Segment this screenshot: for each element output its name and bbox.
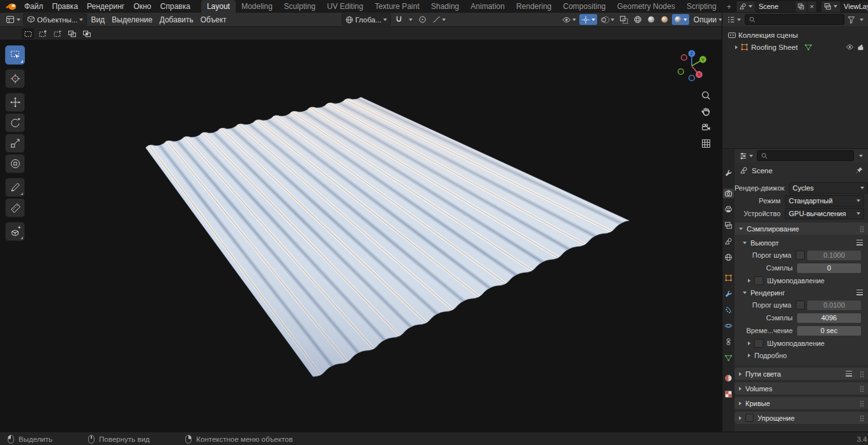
- options-dropdown[interactable]: Опции: [690, 13, 726, 26]
- tab-animation[interactable]: Animation: [465, 0, 510, 13]
- disable-in-render-toggle[interactable]: [857, 43, 865, 51]
- tool-select-box[interactable]: [5, 45, 25, 65]
- snap-toggle-button[interactable]: [393, 14, 405, 25]
- tool-add-cube[interactable]: [5, 222, 25, 241]
- section-light-paths[interactable]: Пути света: [735, 368, 868, 380]
- camera-view-icon[interactable]: [701, 123, 711, 132]
- drag-dots-icon[interactable]: [860, 370, 864, 377]
- viewport-noise-threshold-checkbox[interactable]: [796, 251, 805, 260]
- props-tab-tool[interactable]: [723, 168, 734, 178]
- properties-editor-type-button[interactable]: [738, 152, 754, 160]
- viewport-denoise-checkbox[interactable]: [754, 276, 763, 285]
- preset-icon[interactable]: [857, 290, 863, 296]
- props-tab-physics[interactable]: [723, 321, 734, 331]
- menu-render[interactable]: Рендеринг: [82, 0, 129, 13]
- select-mode-new-button[interactable]: [22, 28, 34, 39]
- viewport-canvas[interactable]: Z Y X: [0, 40, 722, 432]
- toggle-xray-button[interactable]: [618, 14, 630, 25]
- tool-measure[interactable]: [5, 198, 25, 217]
- props-tab-material[interactable]: [723, 373, 734, 383]
- drag-dots-icon[interactable]: [860, 400, 864, 407]
- outliner-options-dropdown[interactable]: [860, 19, 864, 21]
- hide-in-viewport-toggle[interactable]: [846, 43, 854, 51]
- tool-move[interactable]: [5, 93, 25, 112]
- tool-scale[interactable]: [5, 134, 25, 153]
- tool-cursor[interactable]: [5, 69, 25, 88]
- properties-search-input[interactable]: [757, 150, 854, 161]
- pin-icon[interactable]: [855, 166, 864, 175]
- viewport-samples-field[interactable]: 0: [797, 263, 861, 273]
- proportional-editing-button[interactable]: [416, 14, 429, 25]
- menu-help[interactable]: Справка: [156, 0, 195, 13]
- subsection-render[interactable]: Рендеринг: [735, 286, 868, 299]
- tab-sculpting[interactable]: Sculpting: [278, 0, 321, 13]
- render-denoise-section[interactable]: Шумоподавление: [735, 337, 868, 349]
- drag-dots-icon[interactable]: [860, 385, 864, 392]
- ortho-grid-icon[interactable]: [701, 139, 711, 148]
- props-tab-output[interactable]: [723, 205, 734, 214]
- preset-icon[interactable]: [857, 240, 863, 246]
- pan-hand-icon[interactable]: [701, 107, 711, 116]
- viewport-denoise-section[interactable]: Шумоподавление: [735, 274, 868, 286]
- filter-funnel-icon[interactable]: [847, 15, 855, 24]
- tab-layout[interactable]: Layout: [201, 0, 236, 13]
- show-gizmo-button[interactable]: [579, 14, 597, 25]
- tool-transform[interactable]: [5, 154, 25, 173]
- render-noise-threshold-field[interactable]: 0.0100: [807, 301, 861, 310]
- time-limit-field[interactable]: 0 sec: [797, 326, 861, 336]
- proportional-falloff-dropdown[interactable]: [430, 14, 448, 25]
- menu-view[interactable]: Вид: [88, 13, 108, 26]
- scene-browse-button[interactable]: [736, 1, 755, 12]
- add-workspace-button[interactable]: +: [722, 1, 736, 13]
- mode-dropdown[interactable]: Объектны...: [23, 13, 87, 26]
- axis-negative-x[interactable]: [681, 55, 687, 61]
- section-volumes[interactable]: Volumes: [735, 382, 868, 394]
- tab-geometry-nodes[interactable]: Geometry Nodes: [611, 0, 681, 13]
- props-tab-render[interactable]: [723, 189, 734, 198]
- device-dropdown[interactable]: GPU-вычисления: [785, 208, 864, 219]
- tool-annotate[interactable]: [5, 178, 25, 197]
- shading-solid-button[interactable]: [645, 14, 657, 25]
- axis-negative-z[interactable]: [689, 75, 695, 81]
- scene-copy-button[interactable]: [795, 1, 807, 12]
- outliner-editor-type-button[interactable]: [726, 15, 742, 24]
- scene-name-field[interactable]: Scene: [755, 1, 795, 12]
- advanced-section[interactable]: Подробно: [735, 349, 868, 361]
- tab-scripting[interactable]: Scripting: [681, 0, 722, 13]
- props-tab-modifiers[interactable]: [723, 289, 734, 299]
- menu-window[interactable]: Окно: [129, 0, 156, 13]
- outliner-row-object[interactable]: Roofing Sheet: [722, 41, 868, 53]
- simplify-checkbox[interactable]: [745, 414, 754, 422]
- section-simplify[interactable]: Упрощение: [735, 412, 868, 424]
- snap-settings-dropdown[interactable]: [407, 14, 415, 25]
- tab-shading[interactable]: Shading: [425, 0, 465, 13]
- object-visibility-dropdown[interactable]: [560, 14, 578, 25]
- roofing-sheet-object[interactable]: [0, 40, 722, 432]
- shading-rendered-button[interactable]: [672, 14, 689, 25]
- shading-wireframe-button[interactable]: [632, 14, 644, 25]
- tab-uv-editing[interactable]: UV Editing: [321, 0, 369, 13]
- outliner-search-input[interactable]: [745, 14, 844, 25]
- zoom-icon[interactable]: [701, 91, 711, 100]
- section-sampling[interactable]: Сэмплирование: [735, 222, 868, 235]
- viewlayer-name-field[interactable]: ViewLayer: [840, 1, 868, 12]
- props-tab-texture[interactable]: [723, 389, 734, 399]
- scene-unlink-button[interactable]: ×: [807, 1, 816, 12]
- render-denoise-checkbox[interactable]: [754, 339, 763, 348]
- select-mode-intersect-button[interactable]: [80, 28, 93, 39]
- tab-texture-paint[interactable]: Texture Paint: [369, 0, 425, 13]
- props-tab-particles[interactable]: [723, 305, 734, 315]
- tab-rendering[interactable]: Rendering: [510, 0, 557, 13]
- section-curves[interactable]: Кривые: [735, 397, 868, 409]
- props-tab-object[interactable]: [723, 273, 734, 283]
- properties-filter-dropdown[interactable]: [859, 155, 863, 157]
- subsection-viewport[interactable]: Вьюпорт: [735, 237, 868, 249]
- menu-select[interactable]: Выделение: [109, 13, 156, 26]
- select-mode-subtract-button[interactable]: [51, 28, 63, 39]
- props-tab-view-layer[interactable]: [723, 221, 734, 230]
- props-tab-constraints[interactable]: [723, 337, 734, 347]
- props-tab-world[interactable]: [723, 253, 734, 262]
- expand-arrow-icon[interactable]: [735, 45, 738, 49]
- viewlayer-browse-button[interactable]: [821, 1, 840, 12]
- transform-orientation-dropdown[interactable]: Глоба...: [342, 13, 391, 26]
